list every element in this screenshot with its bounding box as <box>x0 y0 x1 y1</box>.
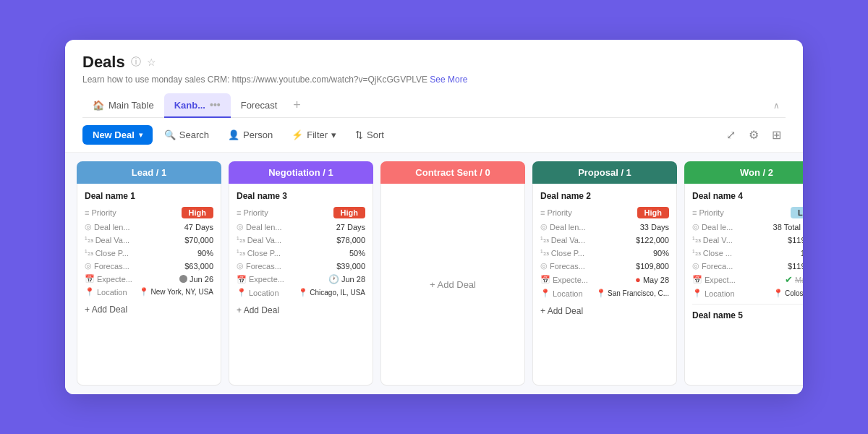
col-proposal: Proposal / 1 Deal name 2 ≡ Priority High… <box>532 161 677 386</box>
tab-forecast[interactable]: Forecast <box>231 94 288 118</box>
search-icon: 🔍 <box>164 129 176 140</box>
add-deal-link-proposal[interactable]: + Add Deal <box>540 302 669 318</box>
title-row: Deals ⓘ ☆ <box>82 53 786 72</box>
location-label: 📍 Location <box>85 287 128 297</box>
deal-row-close: ¹₂₃ Close P... 90% <box>85 248 213 258</box>
tab-kanban[interactable]: Kanb... ••• <box>164 93 231 118</box>
star-icon[interactable]: ☆ <box>147 56 156 68</box>
deal-row-forecast: ◎ Forecas... $63,000 <box>85 261 213 271</box>
tabs-row: 🏠 Main Table Kanb... ••• Forecast + ∧ <box>82 93 786 118</box>
apps-icon[interactable]: ⊞ <box>767 125 786 145</box>
location-icon: 📍 <box>139 287 149 297</box>
page-title: Deals <box>82 53 125 72</box>
header: Deals ⓘ ☆ Learn how to use monday sales … <box>65 40 803 118</box>
tab-add-button[interactable]: + <box>287 95 307 116</box>
home-icon: 🏠 <box>93 100 104 111</box>
sort-button[interactable]: ⇅ Sort <box>348 125 391 145</box>
see-more-link[interactable]: See More <box>430 75 467 85</box>
priority-badge-neg: High <box>333 207 365 218</box>
kanban-board: Lead / 1 Deal name 1 ≡ Priority High ◎ D… <box>65 153 803 394</box>
add-deal-link-neg[interactable]: + Add Deal <box>237 301 365 317</box>
col-proposal-header: Proposal / 1 <box>532 161 677 184</box>
tab-more-icon[interactable]: ••• <box>210 99 221 111</box>
chevron-up-icon[interactable]: ∧ <box>767 98 786 114</box>
app-container: Deals ⓘ ☆ Learn how to use monday sales … <box>65 40 803 394</box>
subtitle: Learn how to use monday sales CRM: https… <box>82 75 786 85</box>
forecast-label: ◎ Forecas... <box>85 261 129 271</box>
col-lead-header: Lead / 1 <box>77 161 221 184</box>
col-negotiation-header: Negotiation / 1 <box>229 161 373 184</box>
expected-label: 📅 Expecte... <box>85 274 132 284</box>
filter-chevron-icon: ▾ <box>331 129 336 140</box>
tab-main-table[interactable]: 🏠 Main Table <box>82 94 164 118</box>
add-deal-link-lead[interactable]: + Add Deal <box>85 300 213 316</box>
add-deal-link-contract[interactable]: + Add Deal <box>430 279 476 290</box>
person-icon: 👤 <box>228 129 239 140</box>
col-negotiation-body: Deal name 3 ≡ Priority High ◎ Deal len..… <box>229 184 373 386</box>
deal-row-val: ¹₂₃ Deal Va... $70,000 <box>85 235 213 244</box>
search-button[interactable]: 🔍 Search <box>157 125 216 145</box>
col-contract-header: Contract Sent / 0 <box>380 161 525 184</box>
deal-row-priority-neg: ≡ Priority High <box>237 207 365 218</box>
toolbar-right: ⤢ ⚙ ⊞ <box>722 125 786 145</box>
info-icon[interactable]: ⓘ <box>131 56 141 69</box>
deal-name-2: Deal name 2 <box>540 191 669 201</box>
sort-icon: ⇅ <box>355 129 363 140</box>
filter-button[interactable]: ⚡ Filter ▾ <box>284 125 344 145</box>
filter-icon: ⚡ <box>292 129 303 140</box>
col-won-header: Won / 2 <box>684 161 803 184</box>
deal-name-3: Deal name 3 <box>237 191 365 201</box>
deal-row-priority: ≡ Priority High <box>85 207 213 218</box>
deal-row-len: ◎ Deal len... 47 Days <box>85 222 213 231</box>
col-won: Won / 2 Deal name 4 ≡ Priority Low ◎ Dea… <box>684 161 803 386</box>
deal-name-5: Deal name 5 <box>692 304 803 320</box>
priority-badge: High <box>182 207 213 218</box>
priority-label: ≡ Priority <box>85 208 128 217</box>
col-negotiation: Negotiation / 1 Deal name 3 ≡ Priority H… <box>229 161 373 386</box>
close-p-label: ¹₂₃ Close P... <box>85 248 129 258</box>
col-contract-body: + Add Deal <box>380 184 525 386</box>
new-deal-button[interactable]: New Deal ▾ <box>82 125 153 145</box>
deal-row-location: 📍 Location 📍 New York, NY, USA <box>85 287 213 297</box>
deal-name: Deal name 1 <box>85 191 213 201</box>
chevron-down-icon: ▾ <box>139 131 142 139</box>
expand-icon[interactable]: ⤢ <box>722 125 740 145</box>
col-lead-body: Deal name 1 ≡ Priority High ◎ Deal len..… <box>77 184 221 386</box>
col-proposal-body: Deal name 2 ≡ Priority High ◎ Deal len..… <box>532 184 677 386</box>
deal-name-4: Deal name 4 <box>692 191 803 201</box>
col-won-body: Deal name 4 ≡ Priority Low ◎ Deal le... … <box>684 184 803 386</box>
col-contract: Contract Sent / 0 + Add Deal <box>380 161 525 386</box>
toolbar: New Deal ▾ 🔍 Search 👤 Person ⚡ Filter ▾ … <box>65 118 803 153</box>
settings-icon[interactable]: ⚙ <box>744 125 763 145</box>
deal-val-label: ¹₂₃ Deal Va... <box>85 235 129 244</box>
deal-row-expected: 📅 Expecte... Jun 26 <box>85 274 213 284</box>
deal-len-label: ◎ Deal len... <box>85 222 130 231</box>
person-button[interactable]: 👤 Person <box>221 125 280 145</box>
col-lead: Lead / 1 Deal name 1 ≡ Priority High ◎ D… <box>77 161 221 386</box>
